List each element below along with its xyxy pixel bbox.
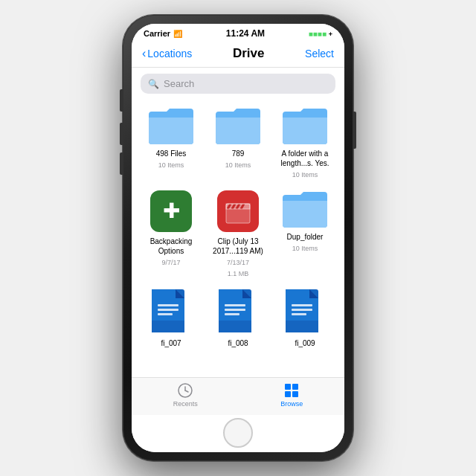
app-icon-clip [217, 190, 259, 232]
grid-row-3: fi_007 fi [138, 289, 338, 348]
svg-rect-27 [285, 384, 291, 390]
carrier-label: Carrier [144, 29, 170, 38]
item-size: 1.1 MB [228, 270, 249, 279]
home-button[interactable] [223, 418, 253, 448]
item-name: fi_008 [228, 338, 248, 348]
tab-recents[interactable]: Recents [173, 382, 198, 408]
back-label: Locations [147, 48, 192, 60]
item-name: Backpacking Options [141, 237, 201, 256]
home-button-area [132, 415, 344, 452]
list-item[interactable]: fi_007 [141, 289, 201, 348]
svg-rect-21 [292, 309, 312, 311]
phone-device: Carrier 📶 11:24 AM ■■■■ + ‹ Locations Dr… [123, 15, 353, 461]
recents-icon [177, 382, 193, 399]
tab-label-recents: Recents [173, 400, 198, 408]
app-icon-backpacking: ✚ [150, 190, 192, 232]
list-item[interactable]: 789 10 Items [208, 107, 268, 180]
item-sub: 10 Items [158, 161, 184, 170]
select-button[interactable]: Select [305, 48, 334, 60]
svg-rect-17 [225, 313, 239, 315]
svg-rect-15 [225, 304, 245, 306]
svg-rect-20 [292, 304, 312, 306]
folder-icon [147, 107, 195, 146]
item-sub: 10 Items [292, 245, 318, 254]
doc-icon [152, 289, 190, 335]
search-placeholder: Search [164, 78, 194, 89]
doc-icon [286, 289, 324, 335]
search-bar[interactable]: 🔍 Search [141, 74, 335, 94]
list-item[interactable]: fi_009 [275, 289, 335, 348]
clapboard-icon [225, 198, 251, 225]
svg-line-26 [185, 390, 188, 392]
search-icon: 🔍 [148, 79, 159, 89]
svg-rect-18 [219, 321, 251, 332]
svg-rect-10 [158, 309, 178, 311]
navigation-bar: ‹ Locations Drive Select [132, 42, 344, 68]
svg-rect-29 [285, 391, 291, 397]
tab-browse[interactable]: Browse [280, 382, 303, 408]
svg-rect-11 [158, 313, 173, 315]
tab-label-browse: Browse [280, 400, 303, 408]
back-button[interactable]: ‹ Locations [142, 47, 192, 60]
battery-icon: ■■■■ + [309, 30, 332, 38]
svg-rect-22 [292, 313, 306, 315]
svg-rect-28 [292, 384, 298, 390]
item-sub: 9/7/17 [161, 259, 180, 268]
list-item[interactable]: fi_008 [208, 289, 268, 348]
item-name: Clip (July 13 2017...119 AM) [208, 237, 268, 256]
phone-screen: Carrier 📶 11:24 AM ■■■■ + ‹ Locations Dr… [132, 24, 344, 452]
list-item[interactable]: A folder with a length...s. Yes. 10 Item… [275, 107, 335, 180]
svg-rect-13 [152, 330, 184, 332]
browse-icon [283, 382, 300, 399]
item-name: 498 Files [156, 149, 187, 158]
svg-rect-30 [292, 391, 298, 397]
folder-icon [281, 107, 329, 146]
svg-rect-16 [225, 309, 245, 311]
status-bar: Carrier 📶 11:24 AM ■■■■ + [132, 24, 344, 42]
folder-icon [281, 190, 329, 229]
folder-icon [214, 107, 262, 146]
grid-row-2: ✚ Backpacking Options 9/7/17 [138, 190, 338, 279]
item-name: fi_007 [161, 338, 181, 348]
item-name: fi_009 [295, 338, 315, 348]
status-right-icons: ■■■■ + [309, 30, 332, 38]
item-sub: 10 Items [292, 171, 318, 180]
item-sub: 10 Items [225, 161, 251, 170]
search-container: 🔍 Search [132, 68, 344, 100]
list-item[interactable]: Clip (July 13 2017...119 AM) 7/13/17 1.1… [208, 190, 268, 279]
doc-icon [219, 289, 257, 335]
item-sub: 7/13/17 [227, 259, 249, 268]
chevron-left-icon: ‹ [142, 47, 146, 60]
tab-bar: Recents Browse [132, 377, 344, 415]
list-item[interactable]: 498 Files 10 Items [141, 107, 201, 180]
time-display: 11:24 AM [226, 28, 265, 39]
item-name: Dup_folder [287, 232, 324, 242]
carrier-info: Carrier 📶 [144, 29, 182, 38]
list-item[interactable]: Dup_folder 10 Items [275, 190, 335, 279]
item-name: 789 [232, 149, 245, 158]
wifi-icon: 📶 [173, 30, 182, 38]
grid-row-1: 498 Files 10 Items 789 10 Items [138, 107, 338, 180]
file-grid: 498 Files 10 Items 789 10 Items [132, 100, 344, 377]
svg-rect-9 [158, 304, 178, 306]
item-name: A folder with a length...s. Yes. [275, 149, 335, 168]
cross-icon: ✚ [163, 201, 180, 222]
list-item[interactable]: ✚ Backpacking Options 9/7/17 [141, 190, 201, 279]
svg-rect-23 [286, 321, 318, 332]
page-title: Drive [233, 46, 265, 61]
